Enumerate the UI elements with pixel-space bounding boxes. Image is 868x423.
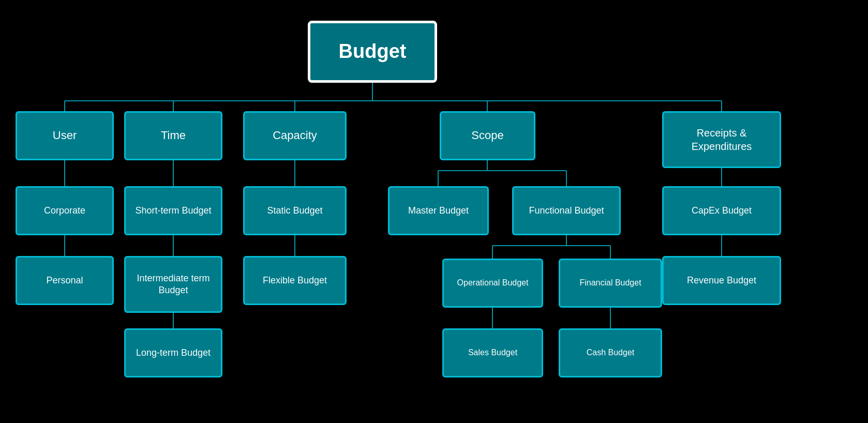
- sales-budget-node: Sales Budget: [442, 328, 543, 377]
- user-node: User: [16, 111, 114, 160]
- static-budget-node: Static Budget: [243, 186, 347, 235]
- operational-budget-node: Operational Budget: [442, 259, 543, 308]
- financial-budget-node: Financial Budget: [559, 259, 662, 308]
- revenue-budget-node: Revenue Budget: [662, 256, 781, 305]
- capex-budget-node: CapEx Budget: [662, 186, 781, 235]
- personal-node: Personal: [16, 256, 114, 305]
- corporate-node: Corporate: [16, 186, 114, 235]
- scope-node: Scope: [440, 111, 535, 160]
- flexible-budget-node: Flexible Budget: [243, 256, 347, 305]
- chart-container: Budget User Time Capacity Scope Receipts…: [0, 0, 868, 423]
- receipts-node: Receipts & Expenditures: [662, 111, 781, 168]
- cash-budget-node: Cash Budget: [559, 328, 662, 377]
- capacity-node: Capacity: [243, 111, 347, 160]
- root-node: Budget: [308, 21, 437, 83]
- functional-budget-node: Functional Budget: [512, 186, 621, 235]
- master-budget-node: Master Budget: [388, 186, 489, 235]
- long-term-node: Long-term Budget: [124, 328, 222, 377]
- short-term-node: Short-term Budget: [124, 186, 222, 235]
- intermediate-node: Intermediate term Budget: [124, 256, 222, 313]
- time-node: Time: [124, 111, 222, 160]
